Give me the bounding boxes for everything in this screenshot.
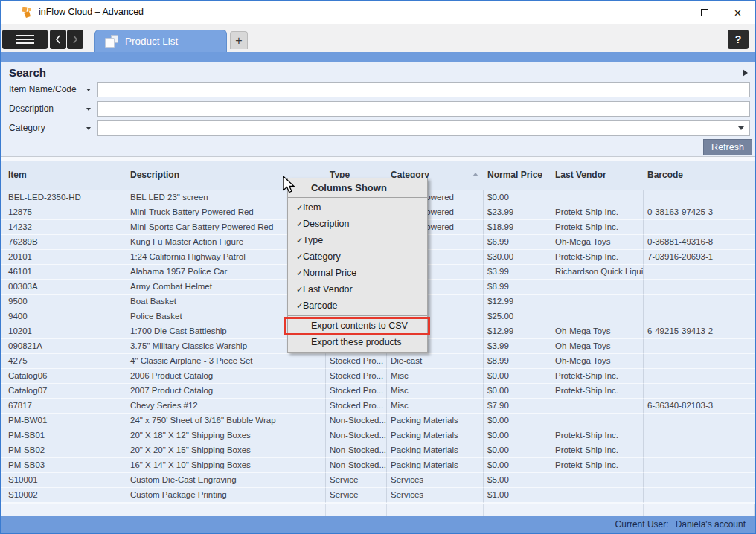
cell-barcode[interactable]: [644, 428, 755, 443]
filter-field-item-name-code[interactable]: Item Name/Code: [9, 84, 77, 94]
cell-price[interactable]: $23.99: [484, 205, 551, 220]
table-row[interactable]: Catalog072007 Product CatalogStocked Pro…: [1, 384, 755, 399]
cell-barcode[interactable]: [644, 443, 755, 458]
table-row[interactable]: 67817Chevy Series #12Stocked Pro...Misc$…: [1, 399, 755, 414]
cell-description[interactable]: Chevy Series #12: [126, 399, 326, 414]
cell-type[interactable]: Service: [326, 473, 387, 488]
menu-item-column-description[interactable]: ✓Description: [288, 216, 427, 232]
menu-item-export-contents-to-csv[interactable]: Export contents to CSV: [288, 318, 427, 334]
cell-price[interactable]: $0.00: [484, 190, 551, 205]
cell-item[interactable]: PM-SB03: [1, 458, 126, 473]
minimize-button[interactable]: [654, 1, 688, 24]
cell-price[interactable]: $8.99: [484, 354, 551, 369]
cell-vendor[interactable]: Richardson Quick Liquid...: [551, 265, 644, 280]
cell-barcode[interactable]: 6-36340-82103-3: [644, 399, 755, 414]
cell-type[interactable]: Non-Stocked...: [326, 458, 387, 473]
column-header-normal-price[interactable]: Normal Price: [484, 161, 551, 190]
table-row[interactable]: 42754" Classic Airplane - 3 Piece SetSto…: [1, 354, 755, 369]
cell-price[interactable]: $5.00: [484, 473, 551, 488]
cell-item[interactable]: 9500: [1, 295, 126, 309]
filter-field-description[interactable]: Description: [9, 103, 54, 114]
cell-item[interactable]: 76289B: [1, 235, 126, 250]
cell-type[interactable]: Non-Stocked...: [326, 443, 387, 458]
table-row[interactable]: PM-SB0120" X 18" X 12" Shipping BoxesNon…: [1, 428, 755, 443]
column-header-barcode[interactable]: Barcode: [644, 161, 755, 190]
cell-category[interactable]: Services: [387, 473, 484, 488]
table-row[interactable]: PM-SB0220" X 20" X 15" Shipping BoxesNon…: [1, 443, 755, 458]
cell-vendor[interactable]: [551, 309, 644, 324]
cell-vendor[interactable]: [551, 295, 644, 309]
cell-vendor[interactable]: [551, 414, 644, 428]
cell-type[interactable]: Stocked Pro...: [326, 399, 387, 414]
cell-description[interactable]: 2007 Product Catalog: [126, 384, 326, 399]
cell-barcode[interactable]: [644, 488, 755, 503]
cell-item[interactable]: 10201: [1, 324, 126, 339]
menu-item-column-last-vendor[interactable]: ✓Last Vendor: [288, 281, 427, 297]
cell-description[interactable]: 20" X 18" X 12" Shipping Boxes: [126, 428, 326, 443]
cell-price[interactable]: $6.99: [484, 235, 551, 250]
cell-description[interactable]: 4" Classic Airplane - 3 Piece Set: [126, 354, 326, 369]
description-input[interactable]: [97, 101, 750, 117]
cell-description[interactable]: 20" X 20" X 15" Shipping Boxes: [126, 443, 326, 458]
cell-vendor[interactable]: [551, 190, 644, 205]
cell-barcode[interactable]: 0-36881-49316-8: [644, 235, 755, 250]
cell-vendor[interactable]: Protekt-Ship Inc.: [551, 384, 644, 399]
cell-price[interactable]: $0.00: [484, 458, 551, 473]
cell-price[interactable]: $12.99: [484, 295, 551, 309]
cell-barcode[interactable]: [644, 280, 755, 295]
menu-item-column-normal-price[interactable]: ✓Normal Price: [288, 265, 427, 281]
cell-category[interactable]: Packing Materials: [387, 428, 484, 443]
menu-item-column-item[interactable]: ✓Item: [288, 199, 427, 216]
cell-type[interactable]: Non-Stocked...: [326, 428, 387, 443]
cell-price[interactable]: $18.99: [484, 220, 551, 235]
cell-type[interactable]: Service: [326, 488, 387, 503]
cell-item[interactable]: BEL-LED-2350-HD: [1, 190, 126, 205]
cell-vendor[interactable]: Oh-Mega Toys: [551, 354, 644, 369]
cell-vendor[interactable]: [551, 473, 644, 488]
cell-description[interactable]: Custom Die-Cast Engraving: [126, 473, 326, 488]
cell-price[interactable]: $30.00: [484, 250, 551, 265]
cell-vendor[interactable]: Protekt-Ship Inc.: [551, 369, 644, 384]
cell-price[interactable]: $7.90: [484, 399, 551, 414]
item-name-code-input[interactable]: [97, 82, 750, 97]
help-button[interactable]: ?: [728, 30, 749, 49]
cell-category[interactable]: Misc: [387, 399, 484, 414]
cell-category[interactable]: Services: [387, 488, 484, 503]
cell-barcode[interactable]: [644, 265, 755, 280]
cell-category[interactable]: Packing Materials: [387, 414, 484, 428]
cell-price[interactable]: $0.00: [484, 384, 551, 399]
cell-vendor[interactable]: Oh-Mega Toys: [551, 235, 644, 250]
cell-barcode[interactable]: 7-03916-20693-1: [644, 250, 755, 265]
cell-type[interactable]: Stocked Pro...: [326, 384, 387, 399]
cell-price[interactable]: $3.99: [484, 339, 551, 354]
cell-price[interactable]: $0.00: [484, 443, 551, 458]
cell-item[interactable]: 12875: [1, 205, 126, 220]
cell-barcode[interactable]: [644, 354, 755, 369]
close-button[interactable]: ×: [721, 1, 755, 24]
cell-category[interactable]: Packing Materials: [387, 443, 484, 458]
cell-vendor[interactable]: Protekt-Ship Inc.: [551, 458, 644, 473]
table-row[interactable]: PM-BW0124" x 750' Sheet of 3/16" Bubble …: [1, 414, 755, 428]
cell-barcode[interactable]: [644, 458, 755, 473]
cell-item[interactable]: 090821A: [1, 339, 126, 354]
cell-category[interactable]: Packing Materials: [387, 458, 484, 473]
column-header-last-vendor[interactable]: Last Vendor: [551, 161, 644, 190]
forward-button[interactable]: [67, 30, 83, 49]
cell-category[interactable]: Misc: [387, 384, 484, 399]
back-button[interactable]: [50, 30, 66, 49]
cell-vendor[interactable]: Protekt-Ship Inc.: [551, 205, 644, 220]
cell-vendor[interactable]: Oh-Mega Toys: [551, 324, 644, 339]
cell-category[interactable]: Die-cast: [387, 354, 484, 369]
refresh-button[interactable]: Refresh: [703, 139, 752, 155]
cell-price[interactable]: $0.00: [484, 414, 551, 428]
tab-product-list[interactable]: Product List: [94, 30, 227, 52]
cell-description[interactable]: 24" x 750' Sheet of 3/16" Bubble Wrap: [126, 414, 326, 428]
table-row[interactable]: PM-SB0316" X 14" X 10" Shipping BoxesNon…: [1, 458, 755, 473]
cell-item[interactable]: 20101: [1, 250, 126, 265]
cell-item[interactable]: S10002: [1, 488, 126, 503]
cell-item[interactable]: S10001: [1, 473, 126, 488]
filter-field-category[interactable]: Category: [9, 123, 45, 133]
maximize-button[interactable]: [688, 1, 721, 24]
cell-price[interactable]: $0.00: [484, 369, 551, 384]
cell-barcode[interactable]: [644, 369, 755, 384]
